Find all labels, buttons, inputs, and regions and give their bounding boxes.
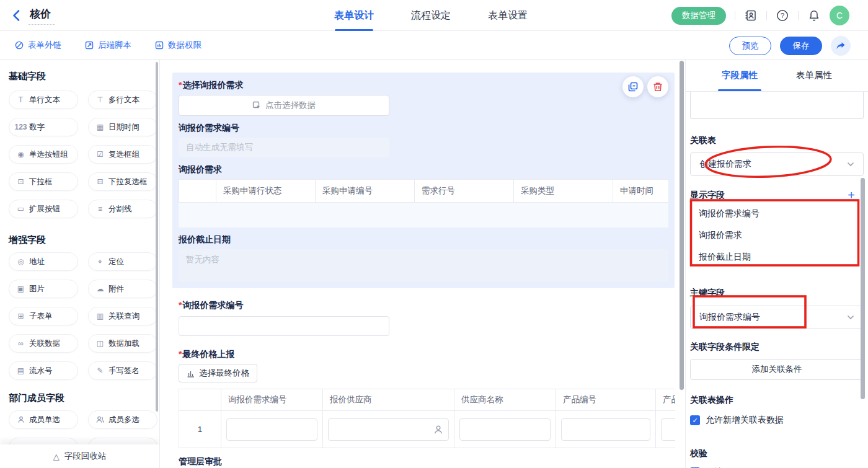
field-recycle-bin[interactable]: △ 字段回收站 (0, 444, 159, 468)
table-cell (221, 411, 322, 448)
required-mark: * (179, 80, 182, 90)
copy-field-button[interactable] (622, 76, 644, 97)
cell-input-product-code[interactable] (561, 418, 650, 441)
back-button[interactable] (10, 9, 22, 22)
field-item-single-line-text[interactable]: T单行文本 (9, 91, 78, 109)
field-item-member-multi[interactable]: 成员多选 (88, 410, 157, 429)
page-title[interactable]: 核价 (29, 7, 55, 25)
display-field-item[interactable]: 报价截止日期 (690, 246, 864, 268)
cell-input-request-code[interactable] (226, 418, 317, 441)
field-item-data-load[interactable]: ◫数据加载 (88, 334, 157, 353)
backend-script-link[interactable]: 后端脚本 (85, 40, 131, 51)
data-manage-button[interactable]: 数据管理 (671, 7, 726, 25)
cell-input-supplier[interactable] (328, 418, 449, 441)
property-panel: 字段属性 表单属性 关联表 创建报价需求 显示字段 + 询报价需求编号 询报价需… (685, 60, 868, 468)
field-item-number[interactable]: 123数字 (9, 118, 78, 136)
request-table-empty-row (179, 203, 668, 227)
recycle-label: 字段回收站 (64, 451, 107, 462)
data-permission-link[interactable]: 数据权限 (155, 40, 202, 51)
form-toolbar: 表单外链 后端脚本 数据权限 预览 保存 (0, 31, 868, 60)
select-final-price-button[interactable]: 选择最终价格 (179, 364, 257, 382)
related-table-select[interactable]: 创建报价需求 (690, 152, 864, 176)
delete-field-button[interactable] (647, 76, 668, 97)
validation-label: 校验 (690, 448, 864, 459)
field-library-sidebar: 基础字段 T单行文本 ⊤多行文本 123数字 ▦日期时间 ◉单选按钮组 ☑复选框… (0, 60, 160, 468)
notification-bell-icon[interactable] (807, 9, 821, 22)
field-item-checkbox-group[interactable]: ☑复选框组 (88, 145, 157, 164)
panel-scrollbar[interactable] (861, 178, 865, 399)
form-external-link[interactable]: 表单外链 (15, 40, 61, 51)
help-icon[interactable]: ? (776, 9, 789, 22)
field-item-linked-query[interactable]: ▥关联查询 (88, 307, 157, 325)
price-table-row: 1 (179, 411, 675, 448)
field-item-divider[interactable]: ≡分割线 (88, 200, 157, 218)
add-display-field-button[interactable]: + (848, 190, 855, 200)
locate-icon: ⌖ (95, 257, 105, 266)
tab-label: 表单属性 (796, 69, 832, 81)
field-item-image[interactable]: ▣图片 (9, 280, 78, 298)
address-book-icon[interactable] (744, 9, 758, 22)
cell-input-product[interactable] (661, 418, 675, 441)
field-item-multi-dropdown[interactable]: ⊟下拉复选框 (88, 172, 157, 191)
dropdown-icon: ⊡ (16, 177, 25, 186)
image-icon: ▣ (16, 285, 25, 293)
sidebar-scrollbar[interactable] (156, 62, 158, 412)
request-table-header: 采购申请行状态 采购申请编号 需求行号 采购类型 申请时间 (179, 179, 668, 203)
field-item-subform[interactable]: ⊞子表单 (9, 307, 78, 325)
table-cell (655, 411, 675, 448)
data-load-icon: ◫ (95, 339, 105, 348)
column-header: 报价供应商 (322, 389, 454, 410)
field-label: 下拉框 (29, 177, 53, 187)
link-label: 数据权限 (168, 40, 202, 51)
field-item-serial-number[interactable]: ▤流水号 (9, 361, 78, 380)
field-item-location[interactable]: ⌖定位 (88, 252, 157, 271)
number-icon: 123 (16, 123, 25, 131)
tab-form-setting[interactable]: 表单设置 (488, 0, 528, 31)
tab-form-design[interactable]: 表单设计 (334, 0, 374, 31)
code-field-input[interactable] (179, 316, 389, 336)
select-data-label: 点击选择数据 (265, 100, 316, 111)
field-label: 关联查询 (108, 311, 140, 322)
save-button[interactable]: 保存 (780, 37, 822, 55)
field-item-attachment[interactable]: ☁附件 (88, 280, 157, 298)
table-cell (556, 411, 655, 448)
signature-pen-icon: ✎ (95, 366, 105, 375)
primary-key-select[interactable]: 询报价需求编号 (690, 306, 864, 329)
tab-field-properties[interactable]: 字段属性 (718, 60, 761, 91)
field-item-extend-button[interactable]: ▭扩展按钮 (9, 200, 78, 218)
column-header: 需求行号 (414, 180, 513, 202)
display-field-item[interactable]: 询报价需求 (690, 224, 864, 246)
cell-input-supplier-name[interactable] (459, 418, 551, 441)
add-condition-button[interactable]: 添加关联条件 (690, 359, 864, 380)
tab-form-properties[interactable]: 表单属性 (792, 60, 836, 91)
field-label: 多行文本 (108, 95, 140, 105)
app-header: 核价 表单设计 流程设定 表单设置 数据管理 ? C (0, 0, 868, 31)
request-table: 采购申请行状态 采购申请编号 需求行号 采购类型 申请时间 (179, 179, 668, 227)
selected-field-block[interactable]: *选择询报价需求 点击选择数据 询报价需求编号 自动生成无需填写 询报价需求 采… (172, 73, 675, 288)
share-arrow-icon (836, 42, 846, 50)
field-item-multi-line-text[interactable]: ⊤多行文本 (88, 91, 157, 109)
field-name-input-partial[interactable] (690, 92, 864, 119)
field-item-dropdown[interactable]: ⊡下拉框 (9, 172, 78, 191)
tab-flow-setting[interactable]: 流程设定 (411, 0, 451, 31)
preview-button[interactable]: 预览 (729, 37, 771, 55)
avatar[interactable]: C (830, 6, 849, 25)
divider (798, 11, 799, 20)
column-header: 产品 (655, 389, 675, 410)
display-field-item[interactable]: 询报价需求编号 (690, 203, 864, 224)
checkbox-allow-add[interactable]: ✓ (690, 415, 700, 425)
share-button[interactable] (831, 36, 851, 56)
field-item-signature[interactable]: ✎手写签名 (88, 361, 157, 380)
field-item-address[interactable]: ◎地址 (9, 252, 78, 271)
related-table-label: 关联表 (690, 135, 864, 146)
canvas-scrollbar[interactable] (680, 61, 684, 390)
condition-limit-label: 关联字段条件限定 (690, 342, 864, 353)
field-item-member-single[interactable]: 成员单选 (9, 410, 78, 429)
link-icon (15, 41, 24, 50)
field-item-linked-data[interactable]: ∞关联数据 (9, 334, 78, 353)
field-item-datetime[interactable]: ▦日期时间 (88, 118, 157, 136)
field-item-radio-group[interactable]: ◉单选按钮组 (9, 145, 78, 164)
chevron-left-icon (12, 10, 20, 21)
field-label: 成员单选 (29, 415, 60, 425)
select-data-button[interactable]: 点击选择数据 (179, 95, 389, 116)
